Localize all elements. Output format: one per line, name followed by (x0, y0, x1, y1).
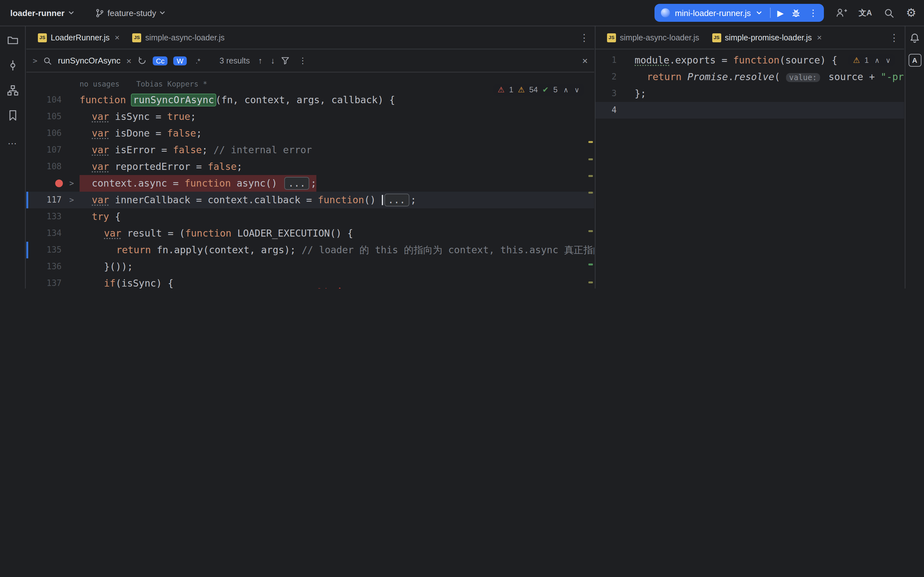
gutter[interactable]: 106 (26, 125, 79, 142)
add-user-icon[interactable] (835, 8, 847, 18)
fold-arrow-icon[interactable] (67, 258, 79, 275)
code-line[interactable]: 135return fn.apply(context, args); // lo… (26, 242, 594, 258)
code-editor-left[interactable]: no usagesTobias Koppers *104function run… (26, 73, 594, 288)
gutter[interactable]: 108 (26, 158, 79, 175)
gutter[interactable]: 105 (26, 108, 79, 125)
vcs-branch-widget[interactable]: feature-study (89, 4, 171, 22)
gutter[interactable]: 136 (26, 258, 79, 275)
run-config-widget[interactable]: mini-loader-runner.js ▶ ⋮ (654, 4, 824, 22)
gutter[interactable]: > (26, 175, 79, 192)
code-line[interactable]: 134var result = (function LOADER_EXECUTI… (26, 225, 594, 242)
code-line[interactable]: 117>var innerCallback = context.callback… (26, 192, 594, 208)
tab-simple-promise-loader-js[interactable]: JS simple-promise-loader.js × (706, 26, 828, 49)
sidebar-item-structure[interactable] (2, 80, 23, 101)
fold-arrow-icon[interactable] (67, 225, 79, 242)
project-widget[interactable]: loader-runner (5, 4, 79, 22)
fold-arrow-icon[interactable] (67, 208, 79, 225)
fold-arrow-icon[interactable] (67, 275, 79, 288)
filter-icon[interactable] (281, 56, 290, 65)
gutter[interactable]: 134 (26, 225, 79, 242)
tab-simple-async-loader-js-2[interactable]: JS simple-async-loader.js (601, 26, 706, 49)
prev-problem-button[interactable]: ∧ (875, 56, 880, 64)
tab-options-button[interactable]: ⋮ (580, 32, 589, 43)
gutter[interactable]: 137 (26, 275, 79, 288)
search-history-icon[interactable] (137, 56, 147, 65)
code-line[interactable]: 136}()); (26, 258, 594, 275)
sidebar-item-more[interactable]: … (2, 130, 23, 151)
code-line[interactable]: 106var isDone = false; (26, 125, 594, 142)
code-line[interactable]: 133try { (26, 208, 594, 225)
folded-region[interactable]: ... (384, 193, 409, 206)
fold-arrow-icon[interactable] (622, 85, 635, 102)
translate-icon[interactable]: 文A (859, 7, 872, 18)
fold-arrow-icon[interactable] (67, 242, 79, 258)
gutter[interactable] (26, 75, 79, 92)
run-more-button[interactable]: ⋮ (809, 8, 817, 18)
code-line[interactable]: 107var isError = false; // internal erro… (26, 142, 594, 158)
notifications-bell-icon[interactable] (909, 33, 920, 44)
code-editor-right[interactable]: 1module.exports = function(source) {2ret… (596, 49, 904, 288)
gutter[interactable]: 135 (26, 242, 79, 258)
next-match-button[interactable]: ↓ (271, 56, 275, 65)
fold-arrow-icon[interactable]: > (67, 175, 79, 192)
sidebar-item-commit[interactable] (2, 55, 23, 76)
close-search-icon[interactable]: × (582, 55, 588, 66)
close-icon[interactable]: × (817, 33, 822, 42)
gutter[interactable]: 117> (26, 192, 79, 208)
regex-toggle[interactable]: .* (192, 56, 204, 65)
gutter[interactable]: 107 (26, 142, 79, 158)
run-button[interactable]: ▶ (777, 8, 783, 18)
fold-arrow-icon[interactable] (67, 108, 79, 125)
fold-arrow-icon[interactable]: > (67, 192, 79, 208)
tab-simple-async-loader-js[interactable]: JS simple-async-loader.js (126, 26, 231, 49)
inspections-widget[interactable]: ⚠1 ⚠54 ✔5 ∧ ∨ (493, 84, 584, 95)
js-file-icon: JS (132, 33, 142, 42)
search-more-button[interactable]: ⋮ (299, 56, 307, 65)
breakpoint-icon[interactable] (55, 179, 63, 187)
gutter[interactable]: 104 (26, 92, 79, 108)
gear-icon[interactable]: ⚙ (906, 7, 916, 19)
search-icon[interactable] (884, 7, 895, 18)
fold-arrow-icon[interactable] (622, 69, 635, 85)
sidebar-item-project[interactable] (2, 30, 23, 51)
inspections-widget[interactable]: ⚠1 ∧ ∨ (849, 55, 895, 66)
next-problem-button[interactable]: ∨ (885, 56, 891, 64)
code-line[interactable]: 105var isSync = true; (26, 108, 594, 125)
gutter[interactable]: 2 (596, 69, 635, 85)
sidebar-item-bookmarks[interactable] (2, 105, 23, 126)
more-horizontal-icon: … (7, 135, 18, 146)
fold-arrow-icon[interactable] (67, 92, 79, 108)
match-case-toggle[interactable]: Cc (153, 56, 168, 65)
gutter[interactable]: 4 (596, 102, 635, 119)
fold-arrow-icon[interactable] (622, 52, 635, 69)
fold-arrow-icon[interactable] (67, 158, 79, 175)
code-line[interactable]: 108var reportedError = false; (26, 158, 594, 175)
ai-assistant-icon[interactable]: A (908, 54, 921, 67)
code-line[interactable]: 4 (596, 102, 904, 119)
gutter[interactable]: 1 (596, 52, 635, 69)
code-line[interactable]: 137if(isSync) { (26, 275, 594, 288)
editor-pane-left: JS LoaderRunner.js × JS simple-async-loa… (26, 26, 594, 288)
previous-match-button[interactable]: ↑ (258, 56, 262, 65)
fold-arrow-icon[interactable] (622, 102, 635, 119)
search-input[interactable]: runSyncOrAsync (58, 56, 120, 65)
next-problem-button[interactable]: ∨ (574, 85, 580, 94)
folded-region[interactable]: ... (284, 177, 309, 190)
fold-arrow-icon[interactable] (67, 125, 79, 142)
tab-label: simple-async-loader.js (145, 33, 225, 42)
gutter[interactable]: 133 (26, 208, 79, 225)
prev-problem-button[interactable]: ∧ (564, 85, 569, 94)
code-line[interactable]: 2return Promise.resolve( value: source +… (596, 69, 904, 85)
clear-search-icon[interactable]: × (126, 55, 132, 66)
code-line[interactable]: 3}; (596, 85, 904, 102)
code-line[interactable]: >context.async = function async() ...; (26, 175, 594, 192)
gutter[interactable]: 3 (596, 85, 635, 102)
whole-words-toggle[interactable]: W (174, 56, 187, 65)
tab-loaderrunner-js[interactable]: JS LoaderRunner.js × (31, 26, 126, 49)
close-icon[interactable]: × (115, 33, 120, 42)
debug-button[interactable] (791, 8, 801, 18)
expand-replace-icon[interactable]: > (33, 56, 37, 65)
tab-options-button[interactable]: ⋮ (889, 32, 899, 43)
fold-arrow-icon[interactable] (67, 75, 79, 92)
fold-arrow-icon[interactable] (67, 142, 79, 158)
